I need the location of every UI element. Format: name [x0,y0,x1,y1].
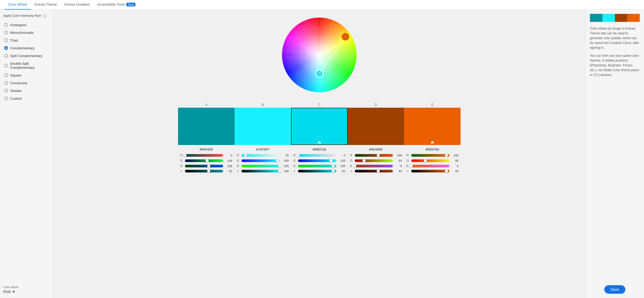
color-mode-section: Color Mode RGB ▼ [3,280,50,294]
slider-col-d: R 158 G 64 B [348,154,404,174]
slider-d-r: R 158 [350,154,402,157]
swatch-label-c: C [291,103,348,107]
rule-split-complementary[interactable]: Split Complementary [3,52,50,59]
hex-d[interactable]: #9E4000 [348,148,404,151]
slider-b-g: G 240 [237,159,289,163]
slider-b-bright-value: 100 [281,170,289,173]
rule-square[interactable]: Square [3,72,50,79]
slider-e-r: R 235 [406,154,458,157]
color-mode-select[interactable]: RGB ▼ [3,290,50,294]
rule-analogous[interactable]: Analogous [3,21,50,29]
slider-d-g-track[interactable] [355,159,393,162]
slider-e-bright: ☀ 92 [406,170,458,173]
harmony-rule-title: Apply Color Harmony Rule i [3,14,50,18]
slider-b-g-label: G [237,159,240,163]
swatches-section: A B C D E [173,103,466,145]
tab-color-wheel[interactable]: Color Wheel [4,0,31,10]
rule-triad[interactable]: Triad [3,37,50,44]
tab-extract-theme[interactable]: Extract Theme [31,0,61,10]
slider-d-bright-value: 62 [395,170,402,173]
swatch-a[interactable] [178,108,235,145]
slider-c-g-track[interactable] [298,159,336,162]
orange-dot-fill [343,34,348,39]
color-wheel[interactable] [279,15,359,95]
save-button[interactable]: Save [604,285,626,294]
color-values-section: #00949E #19F0FF #00DCEB #9E4000 #EB5F00 … [173,148,466,174]
slider-c-bright-value: 92 [338,170,345,173]
info-icon[interactable]: i [43,14,46,18]
preview-a [590,14,602,22]
slider-b-b-track[interactable] [241,165,280,167]
swatch-c[interactable] [291,108,348,145]
color-wheel-container[interactable] [279,15,359,95]
label-square: Square [10,73,21,77]
slider-b-b-value: 255 [281,164,289,168]
slider-b-b: B 255 [237,164,289,168]
slider-c-bright-track[interactable] [298,170,336,172]
hex-e[interactable]: #EB5F00 [404,148,461,151]
slider-e-g: G 95 [406,159,458,163]
slider-c-b: B 235 [293,164,345,168]
hex-b[interactable]: #19F0FF [235,148,291,151]
label-split-complementary: Split Complementary [10,54,42,58]
slider-a-g: G 148 [180,159,232,163]
slider-b-label: B [180,164,183,168]
main-layout: Apply Color Harmony Rule i Analogous Mon… [0,10,644,298]
slider-e-g-track[interactable] [411,159,449,162]
slider-b-bright-track[interactable] [241,170,280,172]
slider-e-r-label: R [406,154,410,157]
slider-g-label: G [180,159,183,163]
rule-monochromatic[interactable]: Monochromatic [3,29,50,36]
right-panel: Color wheel (or image in Extract Theme t… [585,10,644,298]
rule-custom[interactable]: Custom [3,95,50,102]
wheel-white-overlay [282,18,357,92]
slider-d-r-label: R [350,154,353,157]
swatch-b[interactable] [235,108,291,145]
slider-a-g-track[interactable] [185,159,223,162]
slider-b-g-track[interactable] [241,159,280,162]
hex-c[interactable]: #00DCEB [291,148,348,151]
slider-c-r-track[interactable] [298,154,336,157]
swatch-e[interactable] [404,108,461,145]
left-panel: Apply Color Harmony Rule i Analogous Mon… [0,10,53,298]
slider-e-r-track[interactable] [411,154,449,157]
slider-a-b-track[interactable] [185,165,223,167]
slider-b-bright: ☀ 100 [237,170,289,173]
slider-d-b-track[interactable] [355,165,393,167]
right-panel-desc-2: You can then use your saved color themes… [590,53,640,77]
label-custom: Custom [10,96,22,100]
slider-e-b-track[interactable] [411,165,449,167]
slider-a-bright-track[interactable] [185,170,223,172]
tab-accessibility-tools[interactable]: Accessibility Tools New [93,0,139,10]
slider-d-bright-track[interactable] [355,170,393,172]
slider-c-g: G 220 [293,159,345,163]
slider-bright-label-a: ☀ [180,170,183,173]
rule-complementary[interactable]: Complementary [3,45,50,52]
slider-e-b-label: B [406,164,410,168]
slider-c-b-track[interactable] [298,165,336,167]
slider-c-b-value: 235 [338,164,345,168]
slider-d-b-value: 0 [395,164,402,168]
swatch-d[interactable] [348,108,404,145]
label-double-split: Double Split Complementary [10,62,49,70]
radio-double-split [4,64,8,67]
rule-shades[interactable]: Shades [3,87,50,94]
swatch-label-b: B [235,103,291,107]
center-panel: A B C D E #00949E #19F0 [53,10,585,298]
hex-a[interactable]: #00949E [178,148,235,151]
slider-d-r-value: 158 [395,154,402,157]
slider-e-bright-track[interactable] [411,170,449,172]
slider-d-g: G 64 [350,159,402,163]
top-nav: Color Wheel Extract Theme Extract Gradie… [0,0,644,10]
slider-c-r-label: R [293,154,296,157]
rule-compound[interactable]: Compound [3,79,50,87]
label-shades: Shades [10,89,22,93]
slider-d-g-value: 64 [395,159,402,162]
slider-a-r-track[interactable] [185,154,223,157]
chevron-down-icon: ▼ [12,290,15,294]
slider-b-r-track[interactable] [241,154,280,157]
slider-c-r-value: 0 [338,154,345,157]
slider-d-r-track[interactable] [355,154,393,157]
tab-extract-gradient[interactable]: Extract Gradient [61,0,93,10]
rule-double-split[interactable]: Double Split Complementary [3,60,50,71]
